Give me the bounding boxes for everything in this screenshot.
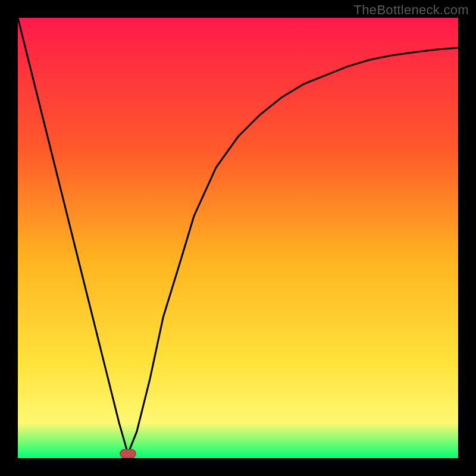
gradient-background [18, 18, 458, 458]
plot-area [18, 18, 458, 458]
watermark-text: TheBottleneck.com [354, 2, 469, 18]
optimum-marker [120, 450, 136, 458]
chart-frame: TheBottleneck.com [0, 0, 476, 476]
plot-svg [18, 18, 458, 458]
